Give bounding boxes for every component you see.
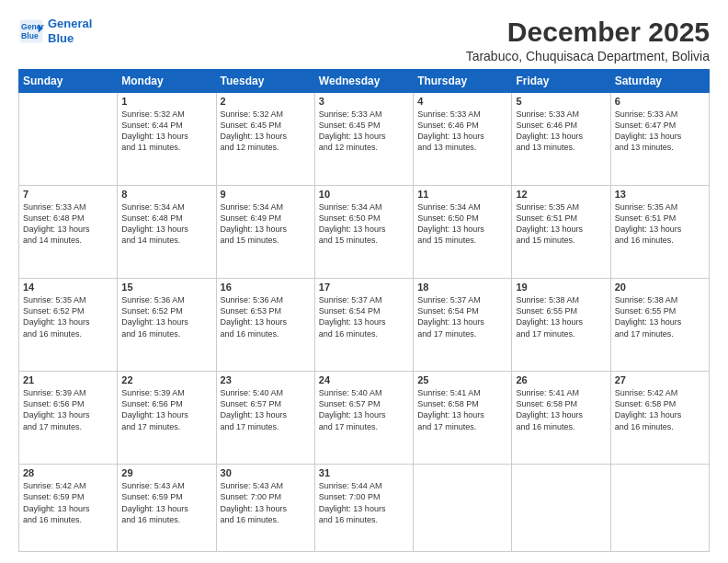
calendar-cell: 16Sunrise: 5:36 AM Sunset: 6:53 PM Dayli… <box>216 279 314 372</box>
day-info: Sunrise: 5:43 AM Sunset: 7:00 PM Dayligh… <box>221 480 311 525</box>
day-number: 26 <box>516 374 606 385</box>
calendar-cell: 25Sunrise: 5:41 AM Sunset: 6:58 PM Dayli… <box>414 372 512 465</box>
calendar-cell: 24Sunrise: 5:40 AM Sunset: 6:57 PM Dayli… <box>314 372 413 465</box>
day-info: Sunrise: 5:41 AM Sunset: 6:58 PM Dayligh… <box>516 387 606 432</box>
day-info: Sunrise: 5:38 AM Sunset: 6:55 PM Dayligh… <box>516 294 606 339</box>
calendar-cell: 1Sunrise: 5:32 AM Sunset: 6:44 PM Daylig… <box>118 93 216 186</box>
calendar-cell: 13Sunrise: 5:35 AM Sunset: 6:51 PM Dayli… <box>610 186 709 279</box>
calendar-cell: 8Sunrise: 5:34 AM Sunset: 6:48 PM Daylig… <box>118 186 216 279</box>
calendar-cell <box>512 465 610 552</box>
calendar-cell: 20Sunrise: 5:38 AM Sunset: 6:55 PM Dayli… <box>610 279 709 372</box>
day-info: Sunrise: 5:41 AM Sunset: 6:58 PM Dayligh… <box>417 387 507 432</box>
day-info: Sunrise: 5:40 AM Sunset: 6:57 PM Dayligh… <box>319 387 409 432</box>
day-number: 18 <box>417 282 507 293</box>
calendar-week-2: 14Sunrise: 5:35 AM Sunset: 6:52 PM Dayli… <box>19 279 710 372</box>
day-number: 28 <box>23 467 113 478</box>
main-title: December 2025 <box>466 17 710 47</box>
calendar-cell: 14Sunrise: 5:35 AM Sunset: 6:52 PM Dayli… <box>19 279 118 372</box>
calendar-cell: 28Sunrise: 5:42 AM Sunset: 6:59 PM Dayli… <box>19 465 118 552</box>
day-number: 29 <box>121 467 211 478</box>
calendar-cell: 15Sunrise: 5:36 AM Sunset: 6:52 PM Dayli… <box>118 279 216 372</box>
day-number: 3 <box>319 96 409 107</box>
calendar-cell: 12Sunrise: 5:35 AM Sunset: 6:51 PM Dayli… <box>512 186 610 279</box>
calendar-cell: 23Sunrise: 5:40 AM Sunset: 6:57 PM Dayli… <box>216 372 314 465</box>
day-info: Sunrise: 5:39 AM Sunset: 6:56 PM Dayligh… <box>121 387 211 432</box>
calendar-cell: 27Sunrise: 5:42 AM Sunset: 6:58 PM Dayli… <box>610 372 709 465</box>
calendar-cell <box>414 465 512 552</box>
day-info: Sunrise: 5:36 AM Sunset: 6:52 PM Dayligh… <box>121 294 211 339</box>
day-info: Sunrise: 5:35 AM Sunset: 6:51 PM Dayligh… <box>615 201 705 247</box>
day-number: 23 <box>221 374 311 385</box>
day-number: 7 <box>23 189 113 200</box>
logo-line1: General <box>48 17 92 30</box>
calendar-cell <box>610 465 709 552</box>
logo-icon: General Blue <box>18 18 44 44</box>
calendar-header-wednesday: Wednesday <box>314 70 413 93</box>
day-info: Sunrise: 5:33 AM Sunset: 6:48 PM Dayligh… <box>23 201 113 247</box>
day-info: Sunrise: 5:32 AM Sunset: 6:45 PM Dayligh… <box>221 109 311 154</box>
day-info: Sunrise: 5:37 AM Sunset: 6:54 PM Dayligh… <box>319 294 409 339</box>
calendar-cell: 29Sunrise: 5:43 AM Sunset: 6:59 PM Dayli… <box>118 465 216 552</box>
day-number: 21 <box>23 374 113 385</box>
calendar-cell: 10Sunrise: 5:34 AM Sunset: 6:50 PM Dayli… <box>314 186 413 279</box>
day-info: Sunrise: 5:35 AM Sunset: 6:52 PM Dayligh… <box>23 294 113 339</box>
day-info: Sunrise: 5:33 AM Sunset: 6:47 PM Dayligh… <box>615 109 705 154</box>
calendar-header-friday: Friday <box>512 70 610 93</box>
day-info: Sunrise: 5:38 AM Sunset: 6:55 PM Dayligh… <box>615 294 705 339</box>
day-number: 16 <box>221 282 311 293</box>
day-number: 13 <box>615 189 705 200</box>
day-number: 17 <box>319 282 409 293</box>
calendar-cell: 17Sunrise: 5:37 AM Sunset: 6:54 PM Dayli… <box>314 279 413 372</box>
calendar-week-1: 7Sunrise: 5:33 AM Sunset: 6:48 PM Daylig… <box>19 186 710 279</box>
day-number: 25 <box>417 374 507 385</box>
calendar-header-sunday: Sunday <box>19 70 118 93</box>
calendar-header-thursday: Thursday <box>414 70 512 93</box>
day-number: 4 <box>417 96 507 107</box>
day-info: Sunrise: 5:34 AM Sunset: 6:48 PM Dayligh… <box>121 201 211 247</box>
svg-text:Blue: Blue <box>21 30 39 40</box>
calendar-week-0: 1Sunrise: 5:32 AM Sunset: 6:44 PM Daylig… <box>19 93 710 186</box>
calendar-cell: 18Sunrise: 5:37 AM Sunset: 6:54 PM Dayli… <box>414 279 512 372</box>
day-info: Sunrise: 5:39 AM Sunset: 6:56 PM Dayligh… <box>23 387 113 432</box>
title-block: December 2025 Tarabuco, Chuquisaca Depar… <box>466 17 710 63</box>
calendar-cell: 22Sunrise: 5:39 AM Sunset: 6:56 PM Dayli… <box>118 372 216 465</box>
calendar-cell: 6Sunrise: 5:33 AM Sunset: 6:47 PM Daylig… <box>610 93 709 186</box>
day-number: 1 <box>121 96 211 107</box>
calendar-header-saturday: Saturday <box>610 70 709 93</box>
day-number: 2 <box>221 96 311 107</box>
day-info: Sunrise: 5:40 AM Sunset: 6:57 PM Dayligh… <box>221 387 311 432</box>
calendar-week-4: 28Sunrise: 5:42 AM Sunset: 6:59 PM Dayli… <box>19 465 710 552</box>
calendar-cell: 31Sunrise: 5:44 AM Sunset: 7:00 PM Dayli… <box>314 465 413 552</box>
day-info: Sunrise: 5:35 AM Sunset: 6:51 PM Dayligh… <box>516 201 606 247</box>
calendar-cell: 5Sunrise: 5:33 AM Sunset: 6:46 PM Daylig… <box>512 93 610 186</box>
day-number: 15 <box>121 282 211 293</box>
day-info: Sunrise: 5:36 AM Sunset: 6:53 PM Dayligh… <box>221 294 311 339</box>
calendar-header-tuesday: Tuesday <box>216 70 314 93</box>
day-number: 6 <box>615 96 705 107</box>
day-info: Sunrise: 5:34 AM Sunset: 6:50 PM Dayligh… <box>417 201 507 247</box>
calendar-cell: 2Sunrise: 5:32 AM Sunset: 6:45 PM Daylig… <box>216 93 314 186</box>
day-number: 12 <box>516 189 606 200</box>
subtitle: Tarabuco, Chuquisaca Department, Bolivia <box>466 49 710 63</box>
calendar-header-row: SundayMondayTuesdayWednesdayThursdayFrid… <box>19 70 710 93</box>
day-number: 31 <box>319 467 409 478</box>
logo-text: General Blue <box>48 17 92 45</box>
day-number: 11 <box>417 189 507 200</box>
day-info: Sunrise: 5:37 AM Sunset: 6:54 PM Dayligh… <box>417 294 507 339</box>
day-info: Sunrise: 5:44 AM Sunset: 7:00 PM Dayligh… <box>319 480 409 525</box>
day-info: Sunrise: 5:34 AM Sunset: 6:50 PM Dayligh… <box>319 201 409 247</box>
calendar-cell: 30Sunrise: 5:43 AM Sunset: 7:00 PM Dayli… <box>216 465 314 552</box>
calendar-cell: 3Sunrise: 5:33 AM Sunset: 6:45 PM Daylig… <box>314 93 413 186</box>
calendar-cell <box>19 93 118 186</box>
calendar-cell: 4Sunrise: 5:33 AM Sunset: 6:46 PM Daylig… <box>414 93 512 186</box>
day-number: 10 <box>319 189 409 200</box>
day-number: 30 <box>221 467 311 478</box>
calendar-cell: 9Sunrise: 5:34 AM Sunset: 6:49 PM Daylig… <box>216 186 314 279</box>
logo-line2: Blue <box>48 31 74 45</box>
day-info: Sunrise: 5:42 AM Sunset: 6:59 PM Dayligh… <box>23 480 113 525</box>
day-number: 5 <box>516 96 606 107</box>
day-info: Sunrise: 5:33 AM Sunset: 6:46 PM Dayligh… <box>417 109 507 154</box>
day-number: 27 <box>615 374 705 385</box>
day-number: 9 <box>221 189 311 200</box>
header: General Blue General Blue December 2025 … <box>18 17 710 63</box>
